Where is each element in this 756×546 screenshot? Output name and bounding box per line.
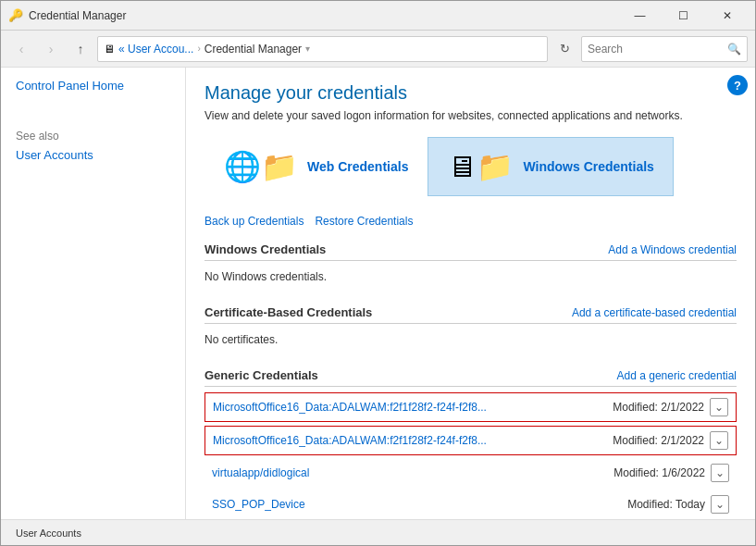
- cred-row-3-right: Modified: Today ⌄: [627, 495, 729, 514]
- search-bar: 🔍: [581, 36, 748, 62]
- cred-row-0-expand[interactable]: ⌄: [710, 398, 728, 416]
- tab-windows-credentials-label: Windows Credentials: [523, 159, 653, 174]
- breadcrumb-current: Credential Manager ▾: [204, 43, 310, 56]
- web-credentials-icon: 🌐📁: [224, 149, 298, 184]
- up-button[interactable]: ↑: [68, 36, 93, 62]
- cert-credentials-empty: No certificates.: [204, 329, 737, 354]
- windows-credentials-header: Windows Credentials Add a Windows creden…: [204, 242, 737, 261]
- cred-row-1-name: MicrosoftOffice16_Data:ADALWAM:f2f1f28f2…: [213, 434, 487, 447]
- cred-row-0[interactable]: MicrosoftOffice16_Data:ADALWAM:f2f1f28f2…: [204, 392, 737, 422]
- generic-credentials-section: Generic Credentials Add a generic creden…: [204, 368, 737, 518]
- breadcrumb-current-label: Credential Manager: [204, 43, 302, 56]
- page-description: View and delete your saved logon informa…: [204, 109, 737, 122]
- main-area: Control Panel Home See also User Account…: [1, 68, 755, 519]
- windows-credentials-section: Windows Credentials Add a Windows creden…: [204, 242, 737, 291]
- cred-row-2-date: Modified: 1/6/2022: [613, 466, 705, 479]
- content-area: ? Manage your credentials View and delet…: [186, 68, 755, 519]
- breadcrumb-separator: ›: [197, 43, 200, 54]
- cred-row-0-date: Modified: 2/1/2022: [613, 401, 704, 414]
- backup-credentials-link[interactable]: Back up Credentials: [204, 215, 304, 228]
- add-generic-credential-link[interactable]: Add a generic credential: [617, 369, 737, 382]
- close-button[interactable]: ✕: [706, 3, 748, 29]
- address-bar: ‹ › ↑ 🖥 « User Accou... › Credential Man…: [1, 31, 755, 68]
- cred-row-3-expand[interactable]: ⌄: [711, 495, 729, 514]
- see-also-section: See also User Accounts: [16, 130, 170, 162]
- see-also-title: See also: [16, 130, 170, 143]
- window-controls: — ☐ ✕: [619, 3, 748, 29]
- search-input[interactable]: [588, 43, 727, 56]
- cred-row-1-expand[interactable]: ⌄: [710, 431, 728, 450]
- add-cert-credential-link[interactable]: Add a certificate-based credential: [572, 306, 737, 319]
- title-bar: 🔑 Credential Manager — ☐ ✕: [1, 1, 755, 31]
- credential-tabs: 🌐📁 Web Credentials 🖥📁 Windows Credential…: [204, 137, 737, 196]
- windows-credentials-icon: 🖥📁: [447, 149, 514, 184]
- tab-web-credentials-label: Web Credentials: [307, 159, 408, 174]
- cred-row-2[interactable]: virtualapp/didlogical Modified: 1/6/2022…: [204, 459, 737, 487]
- cred-row-3[interactable]: SSO_POP_Device Modified: Today ⌄: [204, 490, 737, 518]
- breadcrumb-parent[interactable]: « User Accou...: [118, 43, 193, 56]
- windows-credentials-title: Windows Credentials: [204, 242, 326, 256]
- backup-restore-links: Back up Credentials Restore Credentials: [204, 215, 737, 228]
- breadcrumb-dropdown-icon[interactable]: ▾: [305, 43, 310, 54]
- minimize-button[interactable]: —: [619, 3, 661, 29]
- user-accounts-link[interactable]: User Accounts: [16, 148, 93, 162]
- generic-credentials-title: Generic Credentials: [204, 368, 318, 382]
- maximize-button[interactable]: ☐: [663, 3, 704, 29]
- breadcrumb: 🖥 « User Accou... › Credential Manager ▾: [97, 36, 548, 62]
- page-title: Manage your credentials: [204, 82, 737, 104]
- footer-text: User Accounts: [16, 527, 81, 539]
- back-button[interactable]: ‹: [8, 36, 34, 62]
- cred-row-0-right: Modified: 2/1/2022 ⌄: [613, 398, 728, 416]
- cred-row-1-date: Modified: 2/1/2022: [613, 434, 704, 447]
- generic-credentials-header: Generic Credentials Add a generic creden…: [204, 368, 737, 387]
- control-panel-home-link[interactable]: Control Panel Home: [16, 79, 124, 93]
- tab-web-credentials[interactable]: 🌐📁 Web Credentials: [204, 137, 428, 196]
- app-icon: 🔑: [8, 8, 23, 23]
- refresh-button[interactable]: ↻: [552, 36, 577, 62]
- help-button[interactable]: ?: [727, 75, 748, 95]
- cert-credentials-title: Certificate-Based Credentials: [204, 305, 372, 319]
- search-icon: 🔍: [727, 43, 741, 56]
- forward-button[interactable]: ›: [38, 36, 64, 62]
- cred-row-3-date: Modified: Today: [627, 498, 705, 511]
- cred-row-2-right: Modified: 1/6/2022 ⌄: [613, 464, 729, 482]
- windows-credentials-empty: No Windows credentials.: [204, 267, 737, 291]
- breadcrumb-icon: 🖥: [104, 43, 115, 56]
- cred-row-1-right: Modified: 2/1/2022 ⌄: [613, 431, 728, 450]
- cred-row-2-expand[interactable]: ⌄: [711, 464, 729, 482]
- cert-credentials-section: Certificate-Based Credentials Add a cert…: [204, 305, 737, 354]
- left-nav: Control Panel Home See also User Account…: [1, 68, 186, 519]
- tab-windows-credentials[interactable]: 🖥📁 Windows Credentials: [428, 137, 673, 196]
- add-windows-credential-link[interactable]: Add a Windows credential: [608, 243, 737, 256]
- cert-credentials-header: Certificate-Based Credentials Add a cert…: [204, 305, 737, 324]
- restore-credentials-link[interactable]: Restore Credentials: [315, 215, 413, 228]
- status-bar: User Accounts: [1, 519, 755, 545]
- window-title: Credential Manager: [29, 9, 126, 22]
- cred-row-1[interactable]: MicrosoftOffice16_Data:ADALWAM:f2f1f28f2…: [204, 426, 737, 455]
- cred-row-0-name: MicrosoftOffice16_Data:ADALWAM:f2f1f28f2…: [213, 401, 487, 414]
- cred-row-2-name: virtualapp/didlogical: [212, 466, 309, 479]
- cred-row-3-name: SSO_POP_Device: [212, 498, 305, 511]
